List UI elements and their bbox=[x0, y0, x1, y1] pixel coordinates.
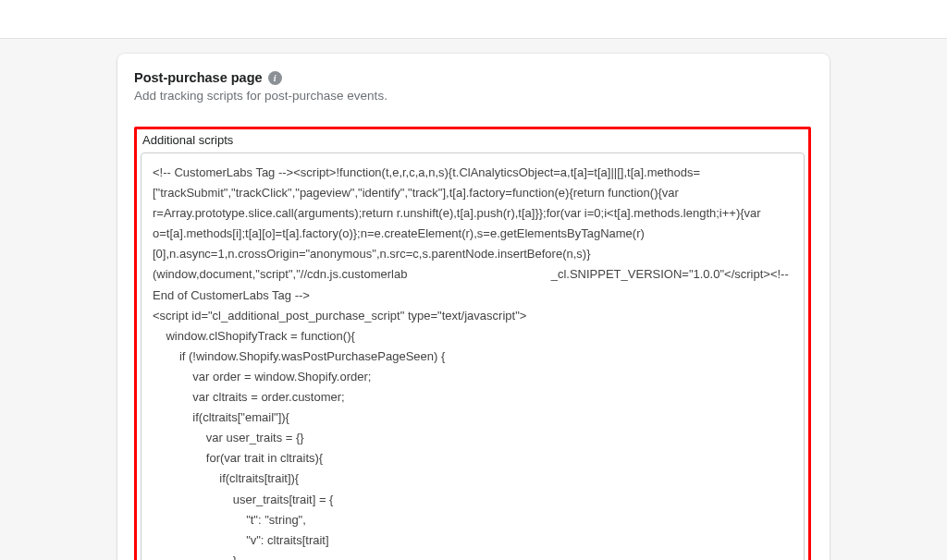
additional-scripts-highlight: Additional scripts <!-- CustomerLabs Tag… bbox=[134, 127, 811, 560]
additional-scripts-textarea[interactable]: <!-- CustomerLabs Tag --><script>!functi… bbox=[141, 152, 805, 560]
additional-scripts-label: Additional scripts bbox=[141, 133, 805, 147]
info-icon[interactable]: i bbox=[268, 71, 282, 85]
top-bar bbox=[0, 0, 947, 39]
post-purchase-card: Post-purchase page i Add tracking script… bbox=[117, 54, 830, 560]
card-title: Post-purchase page bbox=[134, 70, 263, 85]
card-header: Post-purchase page i bbox=[134, 70, 811, 85]
card-subtitle: Add tracking scripts for post-purchase e… bbox=[134, 89, 811, 103]
main-container: Post-purchase page i Add tracking script… bbox=[0, 39, 947, 560]
